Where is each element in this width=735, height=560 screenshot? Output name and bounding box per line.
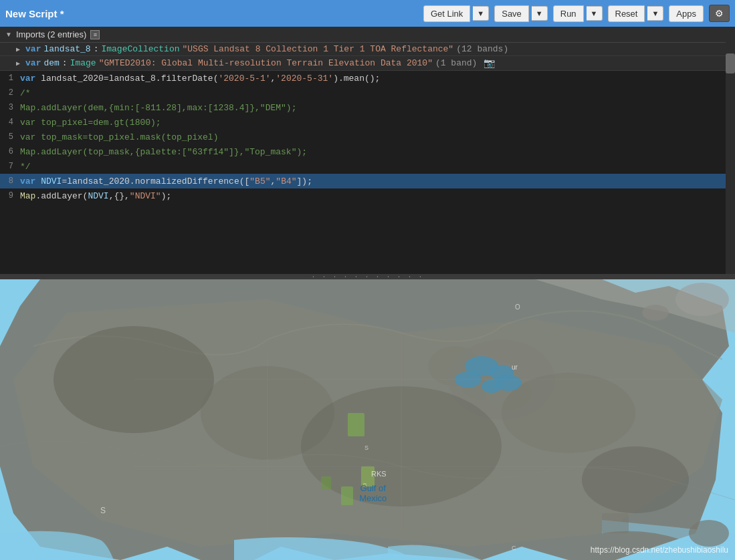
- run-group: Run ▼: [553, 5, 603, 22]
- colon: :: [94, 44, 99, 54]
- line-content-3: Map.addLayer(dem,{min:[-811.28],max:[123…: [20, 103, 296, 113]
- code-editor-panel: ▼ Imports (2 entries) ≡ ▶ var landsat_8 …: [0, 27, 735, 274]
- line-content-5: var top_mask=top_pixel.mask(top_pixel): [20, 132, 218, 142]
- reset-button[interactable]: Reset: [608, 5, 645, 22]
- dem-description: "GMTED2010: Global Multi-resolution Terr…: [99, 58, 433, 68]
- code-line-7: 7 */: [0, 159, 726, 174]
- code-line-8: 8 var NDVI=landsat_2020.normalizedDiffer…: [0, 174, 726, 188]
- save-arrow[interactable]: ▼: [532, 6, 548, 21]
- svg-text:O: O: [515, 303, 520, 311]
- import-entry-dem: ▶ var dem : Image "GMTED2010: Global Mul…: [0, 56, 735, 71]
- import-entry-landsat8: ▶ var landsat_8 : ImageCollection "USGS …: [0, 43, 735, 56]
- line-content-8: var NDVI=landsat_2020.normalizedDifferen…: [20, 176, 312, 186]
- entry2-expand-arrow[interactable]: ▶: [16, 59, 20, 67]
- imports-bar: ▼ Imports (2 entries) ≡: [0, 27, 735, 43]
- imports-label: Imports (2 entries): [16, 29, 86, 39]
- code-line-1: 1 var landsat_2020=landsat_8.filterDate(…: [0, 71, 726, 86]
- reset-group: Reset ▼: [608, 5, 664, 22]
- gulf-of-mexico-label: Gulf of Mexico: [359, 483, 387, 503]
- line-number-1: 1: [0, 74, 20, 83]
- line-content-1: var landsat_2020=landsat_8.filterDate('2…: [20, 74, 380, 84]
- type-image: Image: [70, 58, 96, 68]
- colon2: :: [62, 58, 68, 68]
- svg-rect-18: [321, 476, 331, 490]
- line-number-2: 2: [0, 88, 20, 98]
- svg-text:S: S: [364, 444, 369, 451]
- get-link-arrow[interactable]: ▼: [473, 6, 489, 21]
- map-svg: S ur O RKS S n C: [0, 279, 735, 560]
- var-name-dem: dem: [43, 58, 59, 68]
- line-content-6: Map.addLayer(top_mask,{palette:["63ff14"…: [20, 147, 307, 157]
- map-area[interactable]: S ur O RKS S n C Gulf of Mexico https://…: [0, 279, 735, 560]
- save-group: Save ▼: [494, 5, 548, 22]
- scrollbar-thumb[interactable]: [726, 53, 735, 74]
- watermark: https://blog.csdn.net/zhebushibiaoshilu: [591, 545, 728, 555]
- landsat8-description: "USGS Landsat 8 Collection 1 Tier 1 TOA …: [183, 44, 454, 54]
- get-link-group: Get Link ▼: [423, 5, 489, 22]
- line-number-6: 6: [0, 147, 20, 156]
- gulf-line2: Mexico: [359, 493, 387, 503]
- line-number-8: 8: [0, 176, 20, 186]
- line-content-2: /*: [20, 88, 31, 98]
- gulf-line1: Gulf of: [359, 483, 387, 493]
- line-content-4: var top_pixel=dem.gt(1800);: [20, 118, 161, 128]
- code-line-4: 4 var top_pixel=dem.gt(1800);: [0, 115, 726, 130]
- svg-text:ur: ur: [512, 364, 518, 371]
- svg-point-8: [502, 373, 635, 453]
- var-name-landsat8: landsat_8: [43, 44, 90, 54]
- dem-extra: (1 band): [435, 58, 477, 68]
- code-lines-area[interactable]: 1 var landsat_2020=landsat_8.filterDate(…: [0, 71, 735, 274]
- svg-rect-17: [341, 486, 353, 505]
- apps-button[interactable]: Apps: [669, 5, 704, 22]
- type-imagecollection: ImageCollection: [101, 44, 179, 54]
- svg-point-9: [582, 446, 689, 513]
- settings-button[interactable]: ⚙: [709, 5, 730, 22]
- code-line-6: 6 Map.addLayer(top_mask,{palette:["63ff1…: [0, 144, 726, 159]
- reset-arrow[interactable]: ▼: [647, 6, 663, 21]
- line-number-7: 7: [0, 162, 20, 171]
- landsat8-extra: (12 bands): [456, 44, 508, 54]
- get-link-button[interactable]: Get Link: [423, 5, 470, 22]
- line-number-5: 5: [0, 132, 20, 142]
- line-number-9: 9: [0, 191, 20, 200]
- map-background: S ur O RKS S n C Gulf of Mexico https://…: [0, 279, 735, 560]
- run-arrow[interactable]: ▼: [587, 6, 603, 21]
- drag-handle[interactable]: · · · · · · · · · · ·: [0, 274, 735, 279]
- entry-expand-arrow[interactable]: ▶: [16, 45, 20, 53]
- svg-text:S: S: [100, 506, 106, 515]
- var-keyword: var: [25, 44, 41, 54]
- code-line-3: 3 Map.addLayer(dem,{min:[-811.28],max:[1…: [0, 100, 726, 115]
- svg-rect-15: [348, 413, 364, 436]
- save-button[interactable]: Save: [494, 5, 529, 22]
- code-line-9: 9 Map.addLayer(NDVI,{},"NDVI");: [0, 188, 726, 203]
- imports-collapse-arrow[interactable]: ▼: [5, 31, 12, 38]
- imports-label-text: Imports (2 entries): [16, 29, 86, 39]
- imports-icon[interactable]: ≡: [90, 30, 100, 39]
- line-content-9: Map.addLayer(NDVI,{},"NDVI");: [20, 191, 171, 201]
- svg-point-20: [642, 305, 669, 321]
- line-number-3: 3: [0, 103, 20, 112]
- line-content-7: */: [20, 162, 31, 172]
- camera-icon[interactable]: 📷: [484, 57, 495, 69]
- svg-point-21: [689, 520, 729, 547]
- svg-point-14: [495, 375, 522, 391]
- header: New Script * Get Link ▼ Save ▼ Run ▼ Res…: [0, 0, 735, 27]
- run-button[interactable]: Run: [553, 5, 584, 22]
- script-title: New Script *: [5, 8, 418, 19]
- svg-rect-22: [602, 513, 629, 533]
- vertical-scrollbar[interactable]: [726, 27, 735, 274]
- code-line-2: 2 /*: [0, 86, 726, 100]
- svg-text:RKS: RKS: [371, 470, 387, 478]
- var-keyword2: var: [25, 58, 41, 68]
- line-number-4: 4: [0, 118, 20, 127]
- svg-text:C: C: [512, 545, 516, 551]
- code-line-5: 5 var top_mask=top_pixel.mask(top_pixel): [0, 130, 726, 144]
